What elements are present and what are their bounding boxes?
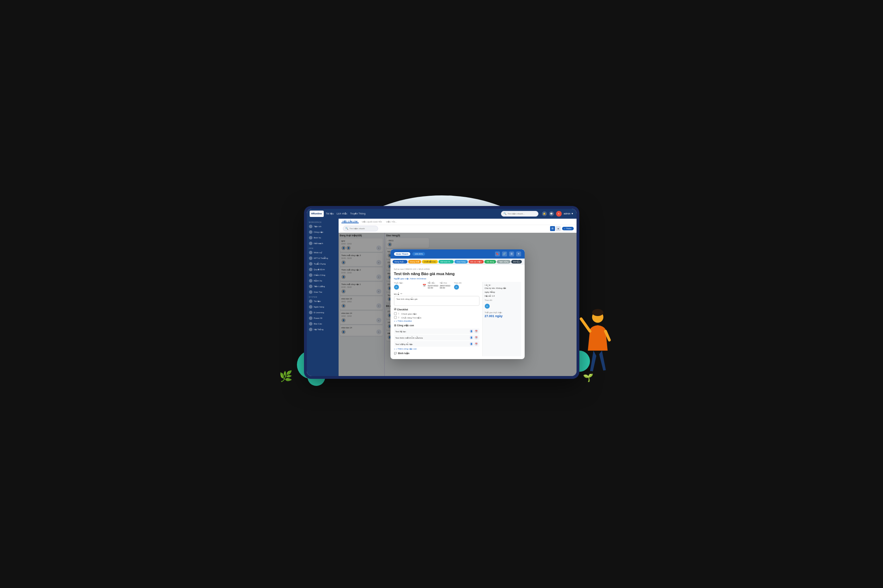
status-tab-dang-cho[interactable]: Đang chờ — [408, 260, 421, 264]
sidebar-item-baocao[interactable]: Báo Cáo — [307, 321, 338, 327]
nav-item-2[interactable]: Lịch nhắc — [337, 212, 347, 215]
status-tab-dang-thuc[interactable]: Đang thực... — [393, 260, 408, 264]
add-checklist-link[interactable]: + + Thêm checklist — [394, 320, 480, 322]
kehoach-icon — [309, 242, 313, 245]
daily-label: ngày đồng: — [485, 291, 519, 293]
modal-info-row: Thực hiện A � — [394, 282, 480, 290]
link-icon[interactable]: 🔗 — [502, 252, 507, 256]
mo-ta-box[interactable]: Test tính năng bảo giá — [394, 296, 480, 306]
nav-item-1[interactable]: Tài liệu — [326, 212, 334, 215]
sidebar-label-kpi: KPT & Thưởng — [314, 257, 328, 259]
person-figure — [576, 308, 611, 379]
list-view-button[interactable]: ≡ — [556, 226, 561, 231]
sidebar-item-banhxa[interactable]: Bảnh Xa — [307, 278, 338, 284]
sidebar-item-nganhang[interactable]: Ngân hàng — [307, 304, 338, 310]
thuc-hien-label: Thực hiện — [394, 282, 420, 284]
nhansu-icon — [309, 251, 313, 254]
sidebar-item-giaotac[interactable]: Giao Tác — [307, 289, 338, 295]
task-search-input[interactable] — [349, 228, 374, 230]
search-icon: 🔍 — [504, 212, 507, 215]
modal-status-tabs: Đang thực... Đang chờ Chờ kiểm tra Đã ho… — [391, 258, 525, 265]
checklist-text-0: Check giao diện — [402, 312, 417, 315]
subtask-user-icon-2: 👤 — [469, 342, 473, 346]
global-search: 🔍 — [501, 211, 539, 217]
status-tab-da-hoan[interactable]: Đã hoàn th... — [439, 260, 454, 264]
sidebar-item-congviec[interactable]: Công việc — [307, 229, 338, 235]
status-tab-da-xac[interactable]: Đã xác nhận — [468, 260, 484, 264]
sidebar-item-binhvu[interactable]: Binh Vu — [307, 235, 338, 240]
sidebar-label-binhvu: Binh Vu — [314, 237, 321, 239]
sidebar-item-quyetdinh[interactable]: Quyết Định — [307, 267, 338, 272]
binh-luan-icon: 💬 — [394, 352, 397, 355]
assignee-avatar: A — [394, 285, 399, 290]
subtask-item-0[interactable]: Test Bộ lọc 👤 📅 — [394, 328, 480, 334]
sidebar-item-kpi[interactable]: KPT & Thưởng — [307, 255, 338, 261]
sidebar-item-nhansu[interactable]: Nhân sự — [307, 250, 338, 255]
sidebar-item-tailieu[interactable]: Tài liệu — [307, 298, 338, 304]
theo-do-right-label: Theo dõi — [485, 299, 519, 301]
svg-line-2 — [581, 319, 590, 331]
subtask-cal-icon-0: 📅 — [474, 330, 478, 333]
chat-icon[interactable]: 💬 — [549, 211, 554, 216]
tienluong-icon — [309, 285, 313, 288]
search-task-icon: 🔍 — [345, 227, 349, 230]
subtask-item-2[interactable]: Test lượng đủ liệu 👤 📅 — [394, 341, 480, 347]
sidebar-label-tienluong: Tiền Lương — [314, 285, 325, 288]
thuc-hien-value: A — [394, 285, 420, 290]
theo-do-value: A — [454, 285, 480, 290]
sidebar-section-workspace: WORKSPACE — [307, 220, 338, 224]
kpi-icon — [309, 256, 313, 260]
content-area: VIỆC CẦN LÀM VIỆC QUÁI CHO TÔI VIỆC TÔI.… — [338, 219, 576, 376]
sub-tab-viec-can-lam[interactable]: VIỆC CẦN LÀM — [341, 220, 359, 223]
sidebar-item-chamcong[interactable]: Chấm Công — [307, 272, 338, 278]
tienich-icon — [309, 225, 313, 228]
modal-progress-badge: 100.00% — [412, 252, 425, 256]
sub-tab-viec-toi[interactable]: VIỆC TÔI... — [385, 220, 398, 223]
status-tab-da-huy[interactable]: Đã hủy — [511, 260, 522, 264]
add-task-button[interactable]: + Thêm — [562, 227, 573, 230]
status-tab-giao-hang[interactable]: Giao hàng — [454, 260, 468, 264]
modal-content-row: Thực hiện A � — [394, 282, 521, 356]
end-time-value: 09:00 — [440, 287, 450, 289]
grid-view-button[interactable]: ⊞ — [550, 226, 555, 231]
sidebar-item-tuyendung[interactable]: Tuyển Dụng — [307, 261, 338, 267]
monitor-frame: HRonline Tài liệu Lịch nhắc Truyền Thông… — [304, 206, 579, 379]
subtask-cal-icon-1: 📅 — [474, 336, 478, 339]
theo-do-avatar: A — [454, 285, 459, 290]
checklist-icon: ☑ — [394, 308, 396, 311]
status-tab-da-dong[interactable]: Đã đóng — [484, 260, 496, 264]
sidebar-item-hethong[interactable]: Hệ Thống — [307, 327, 338, 332]
mo-ta-section: Mô tả ✏ — [394, 292, 480, 295]
checklist-num-1: 2 — [398, 316, 399, 318]
sidebar-item-kehoach[interactable]: Kế hoạch — [307, 240, 338, 246]
checklist-checkbox-1[interactable] — [394, 316, 397, 319]
modal-assignee: Người giao việc: Admin HrOnlinee — [394, 277, 521, 280]
bell-icon[interactable]: 🔔 — [542, 211, 547, 216]
sidebar-item-tienich[interactable]: Tiện ích — [307, 224, 338, 229]
modal-main-content: Thực hiện A � — [394, 282, 480, 356]
sidebar-label-nhansu: Nhân sự — [314, 251, 322, 254]
sidebar-item-tienluong[interactable]: Tiền Lương — [307, 284, 338, 289]
status-tab-tam-dung[interactable]: Tạm dừng — [497, 260, 510, 264]
sidebar-item-elearning[interactable]: E-Learning — [307, 310, 338, 315]
task-search: 🔍 — [343, 226, 378, 231]
add-subtask-link[interactable]: + + Thêm công việc con — [394, 348, 480, 350]
list-icon[interactable]: ☰ — [509, 252, 514, 256]
mo-ta-edit-icon[interactable]: ✏ — [400, 292, 403, 295]
status-tab-cho-kiem[interactable]: Chờ kiểm tra — [422, 260, 438, 264]
subtask-user-icon-0: 👤 — [469, 330, 473, 333]
sidebar-item-powerbi[interactable]: Power BI — [307, 315, 338, 321]
user-avatar[interactable]: A — [556, 211, 562, 217]
bookmark-icon[interactable]: 🔖 — [495, 252, 500, 256]
checklist-checkbox-0[interactable] — [394, 312, 397, 315]
search-input[interactable] — [508, 213, 536, 215]
start-time-value: 02:00 — [427, 287, 438, 289]
sidebar-label-congviec: Công việc — [314, 231, 323, 233]
thoi-gian-label: Thời gian thực hiện — [485, 312, 519, 314]
nav-item-3[interactable]: Truyền Thông — [350, 212, 366, 215]
start-date-label: Bắt đầu — [427, 282, 438, 284]
subtask-item-1[interactable]: Test thêm mới/chỉnh sửa/xóa 👤 📅 — [394, 335, 480, 340]
sub-tab-viec-quai[interactable]: VIỆC QUÁI CHO TÔI — [361, 220, 383, 223]
close-icon[interactable]: ✕ — [516, 252, 521, 256]
checklist-item-1: 2 Chức năng Tìm kiếm — [394, 316, 480, 319]
